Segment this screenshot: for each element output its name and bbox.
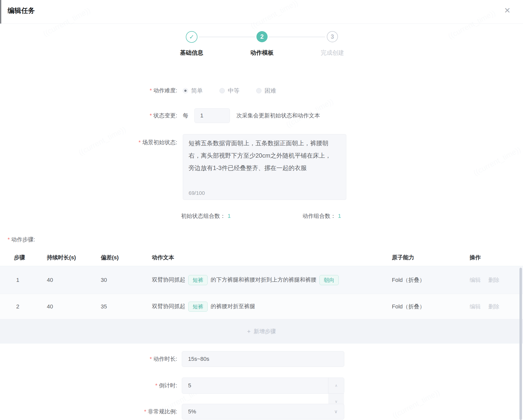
required-asterisk: * — [138, 139, 141, 145]
row-actions: 编辑删除 — [470, 303, 507, 310]
state-change-prefix: 每 — [183, 108, 188, 123]
step-3-label: 完成创建 — [302, 49, 363, 57]
duration-input[interactable]: 15s~80s — [182, 351, 344, 367]
radio-easy-label: 简单 — [191, 87, 203, 95]
ratio-value: 5% — [188, 408, 196, 415]
row-step: 2 — [16, 303, 19, 310]
initial-state-value: 短裤五条数据背面朝上，五条数据正面朝上，裤腰朝右，离头部视野下方至少20cm之外… — [189, 137, 331, 174]
direction-tag: 朝向 — [319, 275, 339, 285]
object-tag: 短裤 — [188, 302, 208, 312]
col-step: 步骤 — [14, 254, 25, 261]
radio-circle — [256, 88, 262, 93]
add-step-button[interactable]: + 新增步骤 — [247, 328, 276, 335]
edit-link[interactable]: 编辑 — [470, 277, 481, 283]
action-combo-count: 动作组合数：1 — [303, 211, 341, 222]
required-asterisk: * — [8, 236, 10, 243]
radio-hard[interactable]: 困难 — [256, 87, 276, 95]
row-action-text: 双臂协同抓起短裤的下方裤腿和裤腰对折到上方的裤腿和裤腰朝向 — [152, 275, 342, 285]
initial-combo-value: 1 — [228, 213, 231, 219]
col-duration: 持续时长(s) — [47, 254, 76, 261]
row-ability: Fold（折叠） — [392, 276, 425, 284]
ratio-select[interactable]: 5% ∨ — [182, 404, 344, 419]
countdown-input[interactable]: 5 ∧ ∨ — [182, 377, 344, 394]
col-action-text: 动作文本 — [152, 254, 174, 261]
countdown-value: 5 — [188, 382, 191, 389]
row-step: 1 — [16, 277, 19, 283]
radio-medium-label: 中等 — [228, 87, 239, 95]
add-step-label: 新增步骤 — [254, 328, 276, 335]
action-combo-value: 1 — [338, 213, 341, 219]
state-change-suffix: 次采集会更新初始状态和动作文本 — [236, 108, 320, 123]
duration-label: *动作时长: — [0, 351, 177, 367]
watermark-text: ((current_time)) — [391, 388, 441, 420]
step-connector — [269, 37, 325, 37]
radio-dot — [184, 90, 187, 92]
step-connector — [199, 37, 255, 37]
add-step-band: + 新增步骤 — [0, 319, 523, 344]
step-1-label: 基础信息 — [161, 49, 222, 57]
col-deviation: 偏差(s) — [101, 254, 119, 261]
watermark-text: ((current_time)) — [472, 145, 522, 177]
step-2-label: 动作模板 — [232, 49, 292, 57]
required-asterisk: * — [155, 382, 157, 389]
spinner-up-icon[interactable]: ∧ — [328, 378, 344, 394]
action-steps-label: *动作步骤: — [8, 234, 35, 245]
row-duration: 40 — [47, 303, 53, 310]
radio-medium[interactable]: 中等 — [219, 87, 239, 95]
radio-easy[interactable]: 简单 — [183, 87, 203, 95]
object-tag: 短裤 — [188, 275, 208, 285]
row-deviation: 30 — [101, 277, 107, 283]
ratio-label: *非常规比例: — [0, 404, 177, 419]
col-actions: 操作 — [470, 254, 481, 261]
radio-hard-label: 困难 — [265, 87, 276, 95]
step-1-check-icon: ✓ — [186, 31, 197, 43]
close-icon[interactable]: ✕ — [501, 5, 513, 17]
dialog-header: 编辑任务 ✕ — [0, 0, 523, 24]
row-action-text: 双臂协同抓起短裤的裤腰对折至裤腿 — [152, 302, 255, 312]
chevron-down-icon: ∨ — [334, 404, 338, 419]
number-spinner: ∧ ∨ — [328, 378, 344, 393]
radio-circle — [219, 88, 225, 93]
col-ability: 原子能力 — [392, 254, 414, 261]
window-edge — [0, 0, 1, 24]
row-duration: 40 — [47, 277, 53, 283]
initial-state-textarea[interactable]: 短裤五条数据背面朝上，五条数据正面朝上，裤腰朝右，离头部视野下方至少20cm之外… — [183, 134, 346, 200]
radio-circle-checked — [183, 88, 188, 93]
plus-icon: + — [247, 328, 251, 335]
step-2-circle: 2 — [256, 31, 268, 42]
table-row: 2 40 35 双臂协同抓起短裤的裤腰对折至裤腿 Fold（折叠） 编辑删除 — [0, 294, 523, 319]
row-deviation: 35 — [101, 303, 107, 310]
step-3-circle: 3 — [327, 31, 338, 42]
char-counter: 69/100 — [189, 190, 205, 196]
required-asterisk: * — [150, 87, 152, 94]
countdown-label: *倒计时: — [0, 377, 177, 394]
table-header-row: 步骤 持续时长(s) 偏差(s) 动作文本 原子能力 操作 — [0, 249, 523, 266]
row-actions: 编辑删除 — [470, 276, 507, 284]
scrollbar-thumb[interactable] — [519, 268, 522, 420]
difficulty-radio-group: 简单 中等 困难 — [183, 83, 293, 98]
required-asterisk: * — [150, 112, 152, 119]
required-asterisk: * — [144, 408, 146, 415]
initial-combo-count: 初始状态组合数：1 — [181, 211, 231, 222]
difficulty-label: *动作难度: — [0, 83, 177, 98]
edit-link[interactable]: 编辑 — [470, 303, 481, 310]
initial-state-label: *场景初始状态: — [0, 137, 177, 148]
required-asterisk: * — [150, 356, 152, 362]
delete-link[interactable]: 删除 — [488, 303, 499, 310]
table-row: 1 40 30 双臂协同抓起短裤的下方裤腿和裤腰对折到上方的裤腿和裤腰朝向 Fo… — [0, 266, 523, 294]
state-change-input[interactable]: 1 — [194, 108, 230, 123]
delete-link[interactable]: 删除 — [488, 277, 499, 283]
dialog-title: 编辑任务 — [8, 0, 35, 24]
state-change-label: *状态变更: — [0, 108, 177, 123]
row-ability: Fold（折叠） — [392, 303, 425, 310]
action-steps-table: 步骤 持续时长(s) 偏差(s) 动作文本 原子能力 操作 1 40 30 双臂… — [0, 249, 523, 344]
